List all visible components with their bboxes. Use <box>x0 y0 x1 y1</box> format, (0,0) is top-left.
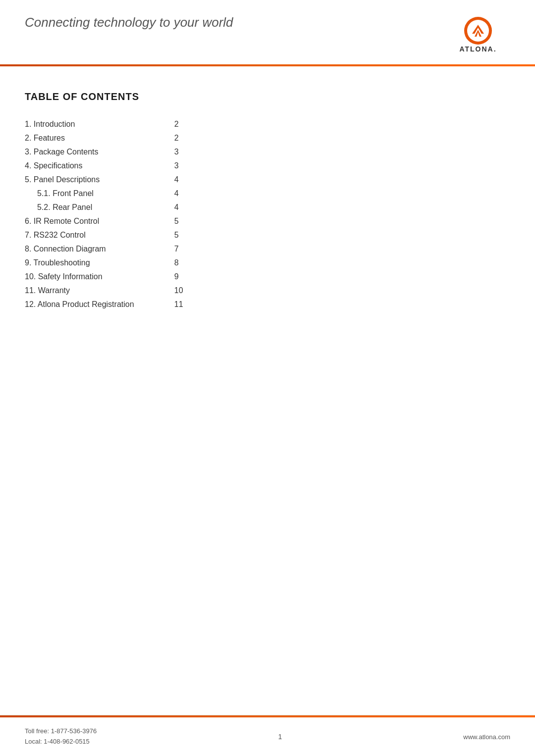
page: Connecting technology to your world ATLO… <box>0 0 535 756</box>
toc-item-label: 5.2. Rear Panel <box>25 201 174 214</box>
toc-title: TABLE OF CONTENTS <box>25 91 510 102</box>
toc-row: 9. Troubleshooting8 <box>25 256 198 270</box>
toll-free-label: Toll free: 1-877-536-3976 <box>25 726 97 737</box>
toc-row: 12. Atlona Product Registration11 <box>25 298 198 311</box>
toc-row: 1. Introduction2 <box>25 117 198 131</box>
footer: Toll free: 1-877-536-3976 Local: 1-408-9… <box>0 715 535 756</box>
toc-row: 5. Panel Descriptions4 <box>25 173 198 187</box>
toc-row: 8. Connection Diagram7 <box>25 242 198 256</box>
toc-row: 7. RS232 Control5 <box>25 228 198 242</box>
toc-row: 2. Features2 <box>25 131 198 145</box>
main-content: TABLE OF CONTENTS 1. Introduction22. Fea… <box>0 66 535 715</box>
toc-table: 1. Introduction22. Features23. Package C… <box>25 117 198 311</box>
atlona-logo: ATLONA. <box>446 15 510 54</box>
toc-item-page: 8 <box>174 256 198 270</box>
toc-item-page: 7 <box>174 242 198 256</box>
toc-item-label: 9. Troubleshooting <box>25 256 174 270</box>
toc-row: 11. Warranty10 <box>25 284 198 298</box>
local-label: Local: 1-408-962-0515 <box>25 737 97 747</box>
toc-row: 5.1. Front Panel4 <box>25 187 198 201</box>
logo-container: ATLONA. <box>446 15 510 54</box>
toc-item-label: 3. Package Contents <box>25 145 174 159</box>
toc-item-page: 5 <box>174 228 198 242</box>
toc-row: 5.2. Rear Panel4 <box>25 201 198 214</box>
toc-item-label: 11. Warranty <box>25 284 174 298</box>
toc-item-page: 3 <box>174 145 198 159</box>
toc-item-page: 4 <box>174 187 198 201</box>
toc-item-label: 6. IR Remote Control <box>25 214 174 228</box>
toc-row: 4. Specifications3 <box>25 159 198 173</box>
toc-item-page: 9 <box>174 270 198 284</box>
toc-item-label: 10. Safety Information <box>25 270 174 284</box>
toc-item-page: 2 <box>174 131 198 145</box>
toc-item-label: 4. Specifications <box>25 159 174 173</box>
toc-item-page: 3 <box>174 159 198 173</box>
toc-item-label: 2. Features <box>25 131 174 145</box>
footer-left: Toll free: 1-877-536-3976 Local: 1-408-9… <box>25 726 97 747</box>
toc-row: 10. Safety Information9 <box>25 270 198 284</box>
toc-item-label: 8. Connection Diagram <box>25 242 174 256</box>
footer-content: Toll free: 1-877-536-3976 Local: 1-408-9… <box>0 717 535 756</box>
header-tagline-container: Connecting technology to your world <box>25 15 233 30</box>
toc-item-page: 5 <box>174 214 198 228</box>
toc-item-label: 7. RS232 Control <box>25 228 174 242</box>
toc-item-page: 2 <box>174 117 198 131</box>
toc-item-label: 5.1. Front Panel <box>25 187 174 201</box>
svg-text:ATLONA.: ATLONA. <box>459 45 496 53</box>
toc-item-page: 11 <box>174 298 198 311</box>
toc-row: 6. IR Remote Control5 <box>25 214 198 228</box>
footer-website: www.atlona.com <box>463 733 510 741</box>
toc-item-page: 4 <box>174 173 198 187</box>
toc-item-label: 12. Atlona Product Registration <box>25 298 174 311</box>
toc-item-page: 4 <box>174 201 198 214</box>
header-tagline: Connecting technology to your world <box>25 15 233 30</box>
toc-row: 3. Package Contents3 <box>25 145 198 159</box>
toc-item-page: 10 <box>174 284 198 298</box>
toc-item-label: 5. Panel Descriptions <box>25 173 174 187</box>
footer-page-number: 1 <box>278 733 282 741</box>
toc-item-label: 1. Introduction <box>25 117 174 131</box>
header: Connecting technology to your world ATLO… <box>0 0 535 64</box>
